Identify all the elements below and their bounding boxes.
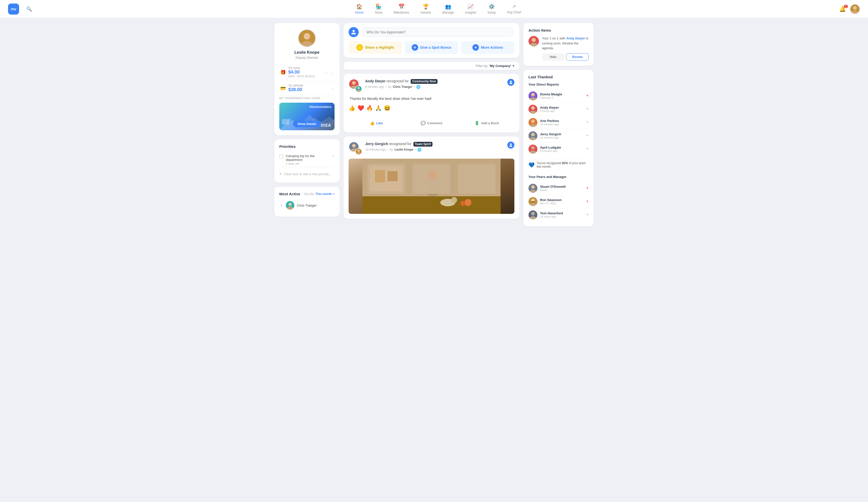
- fire-reaction[interactable]: 🔥: [366, 105, 373, 112]
- notification-badge: 1: [844, 5, 848, 8]
- svg-point-51: [531, 119, 535, 123]
- priority-text: Camping trip for the department: [286, 154, 330, 161]
- globe-icon: 🌐: [416, 85, 421, 89]
- appreciate-input[interactable]: [362, 27, 514, 37]
- svg-point-48: [531, 106, 535, 110]
- add-andy-button[interactable]: +: [586, 106, 589, 112]
- follow-button-1[interactable]: [507, 79, 514, 86]
- add-stuart-button[interactable]: +: [586, 186, 589, 191]
- to-spend-label: TO SPEND: [288, 84, 303, 87]
- notification-bell[interactable]: 🔔 1: [839, 6, 846, 12]
- star-icon: ⭐: [356, 44, 363, 51]
- hide-button[interactable]: Hide: [542, 53, 564, 61]
- priority-checkbox[interactable]: [279, 155, 283, 159]
- visa-logo: VISA: [321, 123, 331, 128]
- add-jerry-button[interactable]: +: [586, 133, 589, 138]
- feed-image-2: [349, 159, 514, 214]
- nav-insights[interactable]: 📈 Insights: [461, 1, 481, 16]
- andy-time: 2 hours ago: [540, 109, 583, 113]
- thanks-card-widget[interactable]: #thanksmatters VISA Show Details: [279, 103, 334, 130]
- add-ron-button[interactable]: +: [586, 199, 589, 204]
- add-tom-button[interactable]: +: [586, 212, 589, 217]
- svg-point-34: [428, 170, 437, 179]
- feed-meta-2: Jerry Gergich recognized for Team Spirit…: [365, 142, 504, 151]
- nav-milestones[interactable]: 📅 Milestones: [389, 1, 414, 16]
- sort-value[interactable]: This month: [316, 192, 332, 196]
- to-spend-row[interactable]: 💳 TO SPEND $38.00 ›: [279, 81, 334, 96]
- svg-rect-8: [282, 119, 289, 125]
- card-icon: 💳: [280, 86, 286, 91]
- action-item-avatar: [528, 36, 539, 46]
- pray-reaction[interactable]: 🙏: [375, 105, 382, 112]
- nav-org-chart[interactable]: ↗ Org Chart: [502, 2, 526, 16]
- tom-avatar: [528, 210, 537, 219]
- stuart-name: Stuart O'Donnell: [540, 185, 583, 188]
- dot-sep-4: [415, 149, 416, 150]
- nav-store[interactable]: 🏪 Store: [370, 1, 387, 16]
- svg-point-66: [531, 212, 535, 215]
- nav-manage[interactable]: 👥 Manage: [438, 1, 458, 16]
- svg-point-39: [464, 199, 472, 206]
- laugh-reaction[interactable]: 😆: [384, 105, 391, 112]
- org-chart-icon: ↗: [512, 4, 516, 9]
- filter-value[interactable]: 'My Company': [489, 64, 511, 68]
- nav-home[interactable]: 🏠 Home: [351, 1, 369, 16]
- comment-button[interactable]: 💬 Comment: [404, 119, 459, 127]
- show-details-button[interactable]: Show Details: [293, 121, 321, 127]
- buck-icon: 💲: [474, 121, 479, 125]
- svg-point-42: [532, 38, 536, 42]
- filter-chevron-icon[interactable]: ▾: [513, 64, 514, 68]
- stuart-avatar: [528, 184, 537, 193]
- give-spot-bonus-button[interactable]: + Give a Spot Bonus: [405, 41, 458, 54]
- thanked-item-april: April Ludgate 8 minutes ago +: [528, 143, 589, 156]
- svg-rect-29: [370, 166, 403, 191]
- filter-label: Filter by:: [476, 64, 488, 68]
- app-logo[interactable]: mv: [8, 3, 19, 14]
- most-active-sort[interactable]: Sort By This month ▾: [304, 192, 334, 196]
- like-icon: 👍: [370, 121, 375, 125]
- to-give-dots[interactable]: ⋮: [329, 70, 333, 75]
- svg-point-54: [531, 133, 535, 136]
- ma-name: Chris Traeger: [297, 203, 317, 207]
- peers-section: Your Peers and Manager Stuart O'Donnell …: [528, 175, 589, 221]
- add-donna-button[interactable]: +: [586, 93, 589, 98]
- thanked-item-ron: Ron Swanson Nov 17, 2021 +: [528, 195, 589, 208]
- heart-reaction[interactable]: ❤️: [358, 105, 364, 112]
- donna-info: Donna Meagle February 2: [540, 92, 583, 99]
- most-active-header: Most Active Sort By This month ▾: [279, 192, 334, 196]
- to-give-row[interactable]: 🎁 TO GIVE $4.00 $400 · SPOT BONUS › ⋮: [279, 63, 334, 81]
- appreciate-box: ⭐ Share a Highlight + Give a Spot Bonus …: [344, 23, 519, 58]
- like-button[interactable]: 👍 Like: [349, 119, 404, 127]
- andy-dwyer-link[interactable]: Andy Dwyer: [566, 36, 585, 40]
- more-actions-button[interactable]: + More Actions: [461, 41, 514, 54]
- follow-button-2[interactable]: [507, 142, 514, 149]
- add-ann-button[interactable]: +: [586, 120, 589, 125]
- most-active-title: Most Active: [279, 192, 300, 196]
- andy-avatar: [528, 105, 537, 114]
- priority-drag-handle[interactable]: ≡: [332, 154, 334, 159]
- donna-time: February 2: [540, 96, 583, 99]
- svg-point-4: [304, 33, 310, 40]
- feed-names-2: Jerry Gergich recognized for Team Spirit: [365, 142, 504, 147]
- andy-info: Andy Dwyer 2 hours ago: [540, 106, 583, 113]
- stuart-info: Stuart O'Donnell Never: [540, 185, 583, 191]
- nav-setup[interactable]: ⚙️ Setup: [483, 1, 500, 16]
- feed-header-2: Jerry Gergich recognized for Team Spirit…: [349, 142, 514, 155]
- share-highlight-button[interactable]: ⭐ Share a Highlight: [349, 41, 402, 54]
- main-feed: ⭐ Share a Highlight + Give a Spot Bonus …: [344, 23, 519, 227]
- dot-separator: [385, 86, 386, 87]
- add-april-button[interactable]: +: [586, 146, 589, 151]
- add-priority-button[interactable]: + Click here to add a new priority...: [279, 170, 334, 178]
- nav-awards[interactable]: 🏆 Awards: [416, 1, 435, 16]
- direct-reports-title: Your Direct Reports: [528, 83, 589, 86]
- search-button[interactable]: 🔍: [25, 5, 33, 13]
- add-buck-button[interactable]: 💲 Add a Buck: [459, 119, 514, 127]
- thumbs-up-reaction[interactable]: 👍: [349, 105, 355, 112]
- user-avatar-nav[interactable]: [850, 4, 860, 14]
- feed-message-1: Thanks for literally the best shoe shine…: [349, 96, 514, 102]
- review-button[interactable]: Review: [566, 53, 589, 61]
- last-thanked-title: Last Thanked: [528, 75, 589, 79]
- globe-icon-2: 🌐: [417, 148, 422, 151]
- thanks-card-hashtag: #thanksmatters: [309, 105, 331, 109]
- reactions-row-1: 👍 ❤️ 🔥 🙏 😆: [349, 105, 514, 115]
